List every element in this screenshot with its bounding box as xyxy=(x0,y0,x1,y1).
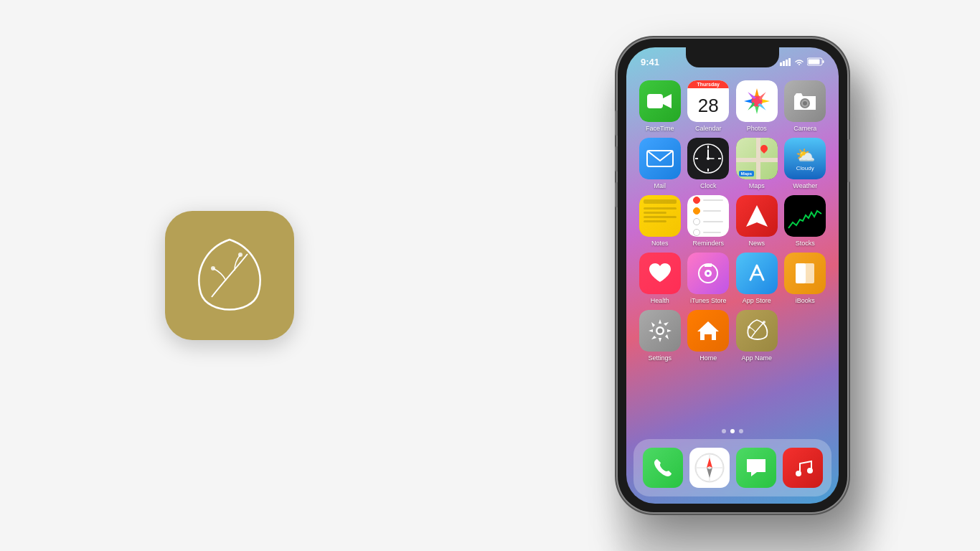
iphone-device: 9:41 xyxy=(618,39,847,512)
app-item-weather[interactable]: ⛅ Cloudy Weather xyxy=(783,138,828,189)
app-item-settings[interactable]: Settings xyxy=(638,310,682,362)
page-dot-0[interactable] xyxy=(722,429,726,433)
app-item-stocks[interactable]: Stocks xyxy=(783,195,828,247)
calendar-date: 28 xyxy=(687,88,729,122)
app-item-mail[interactable]: Mail xyxy=(638,138,682,189)
app-item-camera[interactable]: Camera xyxy=(783,80,828,132)
dock-item-safari[interactable] xyxy=(689,448,730,488)
calendar-header: Thursday xyxy=(687,80,729,88)
mail-label: Mail xyxy=(654,182,666,189)
home-label: Home xyxy=(699,354,717,362)
app-item-notes[interactable]: Notes xyxy=(638,195,682,247)
svg-point-34 xyxy=(763,321,765,324)
svg-point-26 xyxy=(707,272,710,275)
page-dots xyxy=(626,429,839,433)
dock-item-phone[interactable] xyxy=(643,448,683,488)
home-inner xyxy=(687,310,729,352)
status-icons xyxy=(780,57,824,66)
svg-rect-5 xyxy=(788,58,791,66)
battery-icon xyxy=(807,57,824,66)
signal-icon xyxy=(780,58,791,66)
home-icon-cell xyxy=(687,310,729,352)
page-dot-2[interactable] xyxy=(739,429,743,433)
iphone-container: 9:41 xyxy=(618,39,847,512)
svg-rect-29 xyxy=(804,263,814,283)
appstore-inner xyxy=(736,253,778,294)
notes-line-1 xyxy=(644,207,677,209)
notes-icon-cell xyxy=(639,195,681,237)
notes-label: Notes xyxy=(651,240,669,247)
dock xyxy=(633,439,831,496)
app-item-home[interactable]: Home xyxy=(687,310,731,362)
settings-inner xyxy=(639,310,681,352)
camera-inner xyxy=(784,80,826,122)
notes-line-4 xyxy=(644,220,666,222)
health-icon-cell xyxy=(639,253,681,294)
mail-icon-cell xyxy=(639,138,681,179)
photos-inner xyxy=(736,80,778,122)
music-icon xyxy=(783,448,823,488)
camera-icon-cell xyxy=(784,80,826,122)
app-item-appname[interactable]: App Name xyxy=(735,310,779,362)
news-label: News xyxy=(748,240,765,247)
safari-icon-cell xyxy=(689,448,730,488)
news-inner xyxy=(736,195,778,237)
svg-point-1 xyxy=(238,253,242,257)
maps-label: Maps xyxy=(749,182,765,189)
itunes-inner xyxy=(687,253,729,294)
svg-rect-4 xyxy=(786,60,788,66)
reminders-icon-cell xyxy=(687,195,729,237)
app-item-news[interactable]: News xyxy=(735,195,779,247)
app-item-itunes[interactable]: iTunes Store xyxy=(687,253,731,304)
camera-label: Camera xyxy=(793,125,816,132)
app-item-reminders[interactable]: Reminders xyxy=(687,195,731,247)
app-icon[interactable] xyxy=(165,211,294,340)
app-item-calendar[interactable]: Thursday 28 Calendar xyxy=(687,80,731,132)
app-item-photos[interactable]: Photos xyxy=(735,80,779,132)
facetime-label: FaceTime xyxy=(646,125,674,132)
clock-icon-cell xyxy=(687,138,729,179)
iphone-notch xyxy=(686,47,779,67)
health-inner xyxy=(639,253,681,294)
svg-point-41 xyxy=(796,471,801,476)
app-item-facetime[interactable]: FaceTime xyxy=(638,80,682,132)
reminders-inner xyxy=(687,195,729,237)
app-item-maps[interactable]: Maps Maps xyxy=(735,138,779,189)
messages-icon xyxy=(736,448,776,488)
svg-rect-9 xyxy=(647,94,663,108)
weather-icon-cell: ⛅ Cloudy xyxy=(784,138,826,179)
phone-icon-cell xyxy=(643,448,683,488)
photos-icon-cell xyxy=(736,80,778,122)
notes-line-3 xyxy=(644,216,677,218)
clock-inner xyxy=(687,138,729,179)
news-icon-cell xyxy=(736,195,778,237)
app-item-ibooks[interactable]: iBooks xyxy=(783,253,828,304)
appname-icon-cell xyxy=(736,310,778,352)
reminders-label: Reminders xyxy=(692,240,724,247)
svg-rect-3 xyxy=(783,61,785,66)
messages-icon-cell xyxy=(736,448,776,488)
svg-rect-8 xyxy=(809,60,820,65)
ibooks-label: iBooks xyxy=(796,297,815,304)
svg-point-31 xyxy=(657,329,662,334)
stocks-icon-cell xyxy=(784,195,826,237)
svg-marker-32 xyxy=(697,321,719,340)
facetime-inner xyxy=(639,80,681,122)
settings-label: Settings xyxy=(648,354,672,362)
dock-item-music[interactable] xyxy=(783,448,823,488)
svg-point-33 xyxy=(748,326,750,329)
ibooks-inner xyxy=(784,253,826,294)
photos-label: Photos xyxy=(747,125,767,132)
app-item-appstore[interactable]: App Store xyxy=(735,253,779,304)
app-item-health[interactable]: Health xyxy=(638,253,682,304)
status-time: 9:41 xyxy=(641,57,659,67)
health-label: Health xyxy=(651,297,669,304)
calendar-label: Calendar xyxy=(695,125,722,132)
dock-item-messages[interactable] xyxy=(736,448,776,488)
appstore-icon-cell xyxy=(736,253,778,294)
app-grid: FaceTime Thursday 28 Calendar xyxy=(626,75,839,367)
weather-label: Weather xyxy=(793,182,817,189)
app-item-clock[interactable]: Clock xyxy=(687,138,731,189)
iphone-screen: 9:41 xyxy=(626,47,839,504)
page-dot-1[interactable] xyxy=(730,429,735,433)
